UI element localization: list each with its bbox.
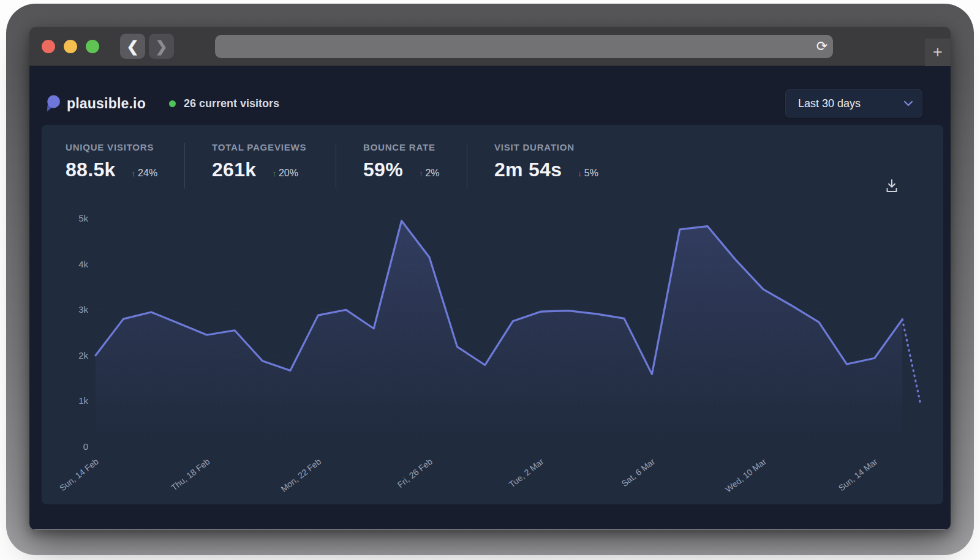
new-tab-button[interactable]: + <box>925 39 951 66</box>
site-title: plausible.io <box>67 95 146 112</box>
browser-toolbar: ❮ ❯ ⟳ + <box>29 27 951 66</box>
svg-text:4k: 4k <box>78 259 88 269</box>
back-icon: ❮ <box>126 38 138 55</box>
plus-icon: + <box>933 44 943 61</box>
url-input[interactable] <box>215 35 811 58</box>
svg-text:Sat, 6 Mar: Sat, 6 Mar <box>619 457 657 489</box>
window-controls <box>42 40 99 53</box>
visitors-line-chart[interactable]: 01k2k3k4k5kSun, 14 FebThu, 18 FebMon, 22… <box>42 125 943 504</box>
address-bar[interactable]: ⟳ <box>215 35 833 58</box>
analytics-card: 01k2k3k4k5kSun, 14 FebThu, 18 FebMon, 22… <box>42 125 943 504</box>
svg-text:Wed, 10 Mar: Wed, 10 Mar <box>723 457 768 495</box>
live-dot-icon <box>169 100 176 107</box>
minimize-window-button[interactable] <box>64 40 77 53</box>
maximize-window-button[interactable] <box>86 40 99 53</box>
dashboard-header: plausible.io 26 current visitors Last 30… <box>29 66 951 125</box>
date-range-value: Last 30 days <box>798 97 861 110</box>
back-button[interactable]: ❮ <box>120 34 145 59</box>
plausible-logo-icon <box>46 95 61 112</box>
dashboard-page: plausible.io 26 current visitors Last 30… <box>29 66 951 529</box>
current-visitors[interactable]: 26 current visitors <box>169 97 279 110</box>
refresh-icon: ⟳ <box>816 39 827 54</box>
date-range-select[interactable]: Last 30 days <box>785 89 922 118</box>
svg-text:1k: 1k <box>78 395 88 406</box>
svg-text:Fri, 26 Feb: Fri, 26 Feb <box>396 457 434 490</box>
svg-text:3k: 3k <box>78 304 88 315</box>
svg-text:Tue, 2 Mar: Tue, 2 Mar <box>507 457 546 490</box>
svg-text:5k: 5k <box>78 213 88 223</box>
svg-text:Sun, 14 Feb: Sun, 14 Feb <box>58 457 100 493</box>
download-export-button[interactable] <box>883 177 900 195</box>
svg-text:Thu, 18 Feb: Thu, 18 Feb <box>169 457 212 493</box>
download-icon <box>884 178 899 194</box>
browser-window: ❮ ❯ ⟳ + plausible.io 26 current visitors <box>29 27 951 530</box>
svg-text:0: 0 <box>83 441 88 452</box>
forward-button[interactable]: ❯ <box>149 34 174 59</box>
current-visitors-label: 26 current visitors <box>184 97 279 110</box>
forward-icon: ❯ <box>155 38 167 55</box>
chevron-down-icon <box>903 100 913 106</box>
svg-text:Mon, 22 Feb: Mon, 22 Feb <box>279 457 323 494</box>
refresh-button[interactable]: ⟳ <box>811 35 833 58</box>
close-window-button[interactable] <box>42 40 55 53</box>
svg-text:2k: 2k <box>78 350 88 360</box>
svg-text:Sun, 14 Mar: Sun, 14 Mar <box>837 457 880 493</box>
